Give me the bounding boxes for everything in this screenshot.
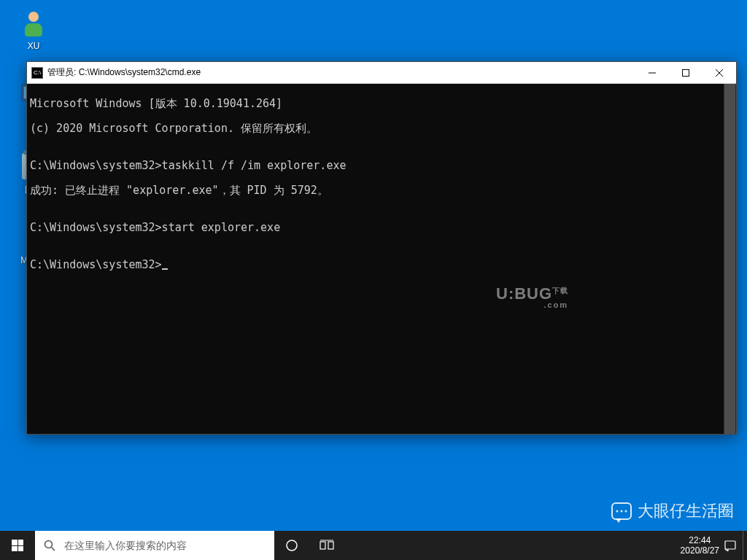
- user-folder-icon[interactable]: XU: [6, 9, 61, 51]
- taskbar: 22:44 2020/8/27: [0, 531, 747, 560]
- task-view-icon: [320, 540, 334, 551]
- terminal-line: C:\Windows\system32>taskkill /f /im expl…: [30, 160, 733, 172]
- terminal-line: Microsoft Windows [版本 10.0.19041.264]: [30, 98, 733, 110]
- close-button[interactable]: [703, 62, 736, 83]
- search-input[interactable]: [64, 540, 266, 551]
- search-box[interactable]: [35, 531, 274, 560]
- icon-label: XU: [28, 41, 40, 51]
- terminal-line: 成功: 已终止进程 "explorer.exe"，其 PID 为 5792。: [30, 184, 733, 197]
- cursor: [162, 268, 168, 270]
- person-icon: [19, 9, 48, 38]
- cmd-window[interactable]: C:\ 管理员: C:\Windows\system32\cmd.exe Mic…: [26, 61, 737, 435]
- window-title: 管理员: C:\Windows\system32\cmd.exe: [47, 66, 635, 79]
- search-icon: [44, 540, 55, 551]
- titlebar[interactable]: C:\ 管理员: C:\Windows\system32\cmd.exe: [27, 62, 736, 84]
- windows-logo-icon: [12, 540, 23, 551]
- scrollbar-thumb[interactable]: [724, 84, 735, 434]
- scrollbar[interactable]: [724, 84, 736, 434]
- terminal-line: (c) 2020 Microsoft Corporation. 保留所有权利。: [30, 122, 733, 135]
- svg-line-9: [52, 548, 55, 551]
- start-button[interactable]: [0, 531, 35, 560]
- wechat-watermark: 大眼仔生活圈: [611, 500, 734, 522]
- svg-rect-5: [683, 69, 689, 76]
- cortana-button[interactable]: [274, 531, 309, 560]
- show-desktop-button[interactable]: [743, 531, 747, 560]
- cmd-icon: C:\: [31, 67, 43, 79]
- svg-rect-11: [320, 542, 325, 549]
- svg-point-10: [287, 540, 297, 551]
- terminal-body[interactable]: Microsoft Windows [版本 10.0.19041.264] (c…: [27, 84, 736, 434]
- minimize-button[interactable]: [635, 62, 669, 83]
- notifications-icon[interactable]: [724, 539, 737, 552]
- svg-point-8: [45, 541, 53, 548]
- svg-rect-12: [328, 542, 333, 549]
- terminal-line: C:\Windows\system32>start explorer.exe: [30, 222, 733, 234]
- maximize-button[interactable]: [669, 62, 703, 83]
- clock[interactable]: 22:44 2020/8/27: [681, 535, 719, 556]
- task-view-button[interactable]: [309, 531, 344, 560]
- terminal-prompt: C:\Windows\system32>: [30, 259, 733, 271]
- svg-rect-14: [725, 541, 735, 549]
- circle-icon: [285, 539, 298, 552]
- system-tray: 22:44 2020/8/27: [675, 531, 743, 560]
- chat-bubble-icon: [611, 502, 632, 520]
